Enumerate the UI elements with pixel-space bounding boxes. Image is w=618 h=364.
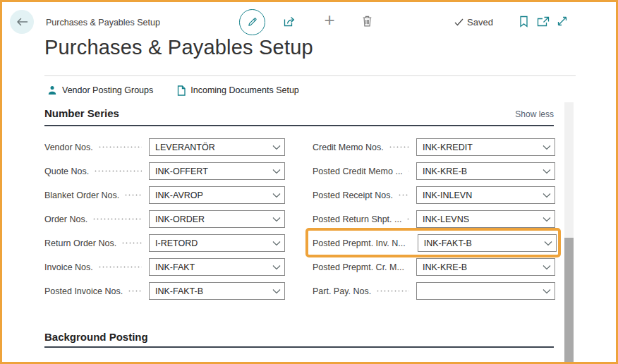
dotted-leader <box>121 234 142 252</box>
dotted-leader <box>408 162 409 180</box>
credit-memo-nos-combobox[interactable]: INK-KREDIT <box>416 138 555 156</box>
dotted-leader <box>94 162 142 180</box>
expand-button[interactable] <box>557 16 568 27</box>
bookmark-button[interactable] <box>519 16 528 28</box>
field-label: Quote Nos. <box>44 166 89 176</box>
field-label: Part. Pay. Nos. <box>313 286 371 296</box>
number-series-left-column: Vendor Nos. LEVERANTÖR Quote Nos. INK-OF… <box>44 138 285 300</box>
part-pay-nos-combobox[interactable] <box>416 282 555 300</box>
vendor-nos-combobox[interactable]: LEVERANTÖR <box>149 138 285 156</box>
field-row-return-order-nos: Return Order Nos. I-RETORD <box>44 234 285 252</box>
field-label: Invoice Nos. <box>44 262 93 272</box>
combobox-value: INK-FAKT-B <box>418 238 540 248</box>
section-title-number-series[interactable]: Number Series <box>44 107 119 119</box>
combobox-value: INK-ORDER <box>150 214 269 224</box>
dotted-leader <box>124 186 142 204</box>
back-button[interactable] <box>10 10 34 34</box>
combobox-value: INK-OFFERT <box>150 166 269 176</box>
field-label: Posted Prepmt. Cr. M... <box>313 262 404 272</box>
combobox-value: INK-FAKT <box>150 262 269 272</box>
back-arrow-icon <box>16 17 28 27</box>
person-icon <box>47 85 57 95</box>
chevron-down-icon[interactable] <box>540 241 556 246</box>
combobox-value: INK-KREDIT <box>417 142 539 152</box>
chevron-down-icon[interactable] <box>539 289 555 294</box>
field-row-blanket-order-nos: Blanket Order Nos. INK-AVROP <box>44 186 285 204</box>
title-divider <box>44 75 576 76</box>
action-bar: Vendor Posting Groups Incoming Documents… <box>47 83 299 97</box>
show-less-link[interactable]: Show less <box>515 109 554 119</box>
combobox-value: LEVERANTÖR <box>150 142 269 152</box>
field-label: Return Order Nos. <box>44 238 116 248</box>
app-window: Purchases & Payables Setup + Saved <box>0 0 618 364</box>
chevron-down-icon[interactable] <box>539 169 555 174</box>
posted-invoice-nos-combobox[interactable]: INK-FAKT-B <box>149 282 285 300</box>
trash-icon <box>361 15 373 28</box>
field-label: Posted Return Shpt. ... <box>313 214 401 224</box>
posted-prepmt-cr-memo-nos-combobox[interactable]: INK-KRE-B <box>416 258 555 276</box>
save-status-label: Saved <box>467 17 493 28</box>
chevron-down-icon[interactable] <box>539 193 555 198</box>
chevron-down-icon[interactable] <box>269 145 284 150</box>
save-status: Saved <box>454 17 493 28</box>
chevron-down-icon[interactable] <box>269 193 284 198</box>
order-nos-combobox[interactable]: INK-ORDER <box>149 210 285 228</box>
chevron-down-icon[interactable] <box>539 265 555 270</box>
posted-prepmt-inv-nos-combobox[interactable]: INK-FAKT-B <box>418 234 557 252</box>
action-link-label: Incoming Documents Setup <box>190 85 299 95</box>
check-icon <box>454 18 464 26</box>
posted-return-shpt-nos-combobox[interactable]: INK-LEVNS <box>416 210 555 228</box>
dotted-leader <box>98 138 142 156</box>
dotted-leader <box>98 258 142 276</box>
posted-receipt-nos-combobox[interactable]: INK-INLEVN <box>416 186 555 204</box>
chevron-down-icon[interactable] <box>269 289 284 294</box>
dotted-leader <box>406 210 409 228</box>
chevron-down-icon[interactable] <box>269 169 284 174</box>
vendor-posting-groups-link[interactable]: Vendor Posting Groups <box>47 85 153 95</box>
quote-nos-combobox[interactable]: INK-OFFERT <box>149 162 285 180</box>
delete-button[interactable] <box>361 15 373 28</box>
chevron-down-icon[interactable] <box>539 145 555 150</box>
field-label: Vendor Nos. <box>44 142 93 152</box>
number-series-right-column: Credit Memo Nos. INK-KREDIT Posted Credi… <box>313 138 555 300</box>
edit-button[interactable] <box>239 9 265 35</box>
field-label: Posted Credit Memo ... <box>313 166 403 176</box>
action-link-label: Vendor Posting Groups <box>62 85 153 95</box>
field-row-posted-prepmt-cr-memo-nos: Posted Prepmt. Cr. M... INK-KRE-B <box>313 258 555 276</box>
field-label: Posted Prepmt. Inv. N... <box>313 238 406 248</box>
invoice-nos-combobox[interactable]: INK-FAKT <box>149 258 285 276</box>
section-title-background-posting[interactable]: Background Posting <box>44 331 148 343</box>
vertical-scrollbar-thumb[interactable] <box>564 238 574 362</box>
field-label: Credit Memo Nos. <box>313 142 384 152</box>
chevron-down-icon[interactable] <box>269 241 284 246</box>
combobox-value: INK-INLEVN <box>417 190 539 200</box>
posted-credit-memo-nos-combobox[interactable]: INK-KRE-B <box>416 162 555 180</box>
document-icon <box>177 85 186 96</box>
field-row-invoice-nos: Invoice Nos. INK-FAKT <box>44 258 285 276</box>
chevron-down-icon[interactable] <box>269 265 284 270</box>
field-label: Posted Receipt Nos. <box>313 190 393 200</box>
open-in-window-button[interactable] <box>537 16 550 27</box>
field-label: Posted Invoice Nos. <box>44 286 123 296</box>
breadcrumb[interactable]: Purchases & Payables Setup <box>46 18 160 28</box>
field-row-quote-nos: Quote Nos. INK-OFFERT <box>44 162 285 180</box>
incoming-documents-setup-link[interactable]: Incoming Documents Setup <box>177 85 299 96</box>
field-row-posted-return-shpt-nos: Posted Return Shpt. ... INK-LEVNS <box>313 210 555 228</box>
combobox-value: INK-FAKT-B <box>150 286 269 296</box>
blanket-order-nos-combobox[interactable]: INK-AVROP <box>149 186 285 204</box>
pencil-icon <box>246 16 258 28</box>
chevron-down-icon[interactable] <box>539 217 555 222</box>
combobox-value: I-RETORD <box>150 238 269 248</box>
field-row-posted-credit-memo-nos: Posted Credit Memo ... INK-KRE-B <box>313 162 555 180</box>
share-button[interactable] <box>283 16 297 28</box>
field-label: Order Nos. <box>44 214 87 224</box>
open-in-window-icon <box>537 16 550 27</box>
share-icon <box>283 16 297 28</box>
new-button[interactable]: + <box>320 11 339 29</box>
field-row-posted-receipt-nos: Posted Receipt Nos. INK-INLEVN <box>313 186 555 204</box>
return-order-nos-combobox[interactable]: I-RETORD <box>149 234 285 252</box>
field-row-posted-prepmt-inv-nos: Posted Prepmt. Inv. N... INK-FAKT-B <box>313 234 555 252</box>
vertical-scrollbar-track[interactable] <box>564 102 574 362</box>
combobox-value: INK-AVROP <box>150 190 269 200</box>
chevron-down-icon[interactable] <box>269 217 284 222</box>
